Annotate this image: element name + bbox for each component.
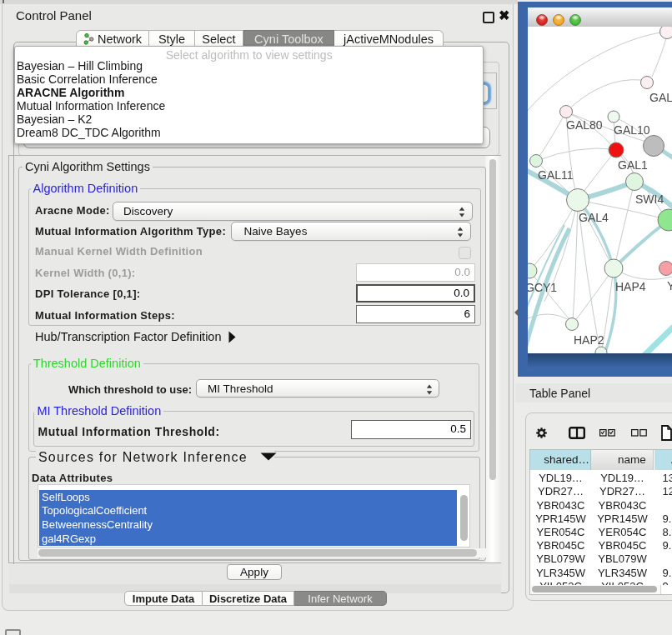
svg-text:GAL: GAL bbox=[649, 91, 672, 104]
svg-text:GAL80: GAL80 bbox=[566, 118, 603, 132]
svg-text:HAP2: HAP2 bbox=[574, 333, 604, 347]
svg-text:Y: Y bbox=[667, 279, 672, 292]
svg-text:GCY1: GCY1 bbox=[528, 281, 557, 294]
svg-text:GAL10: GAL10 bbox=[614, 123, 650, 137]
svg-text:HAP4: HAP4 bbox=[615, 280, 646, 293]
svg-text:GAL1: GAL1 bbox=[618, 158, 648, 172]
svg-text:SWI4: SWI4 bbox=[635, 192, 664, 206]
svg-text:GAL11: GAL11 bbox=[538, 168, 574, 182]
svg-text:GAL4: GAL4 bbox=[579, 211, 609, 224]
